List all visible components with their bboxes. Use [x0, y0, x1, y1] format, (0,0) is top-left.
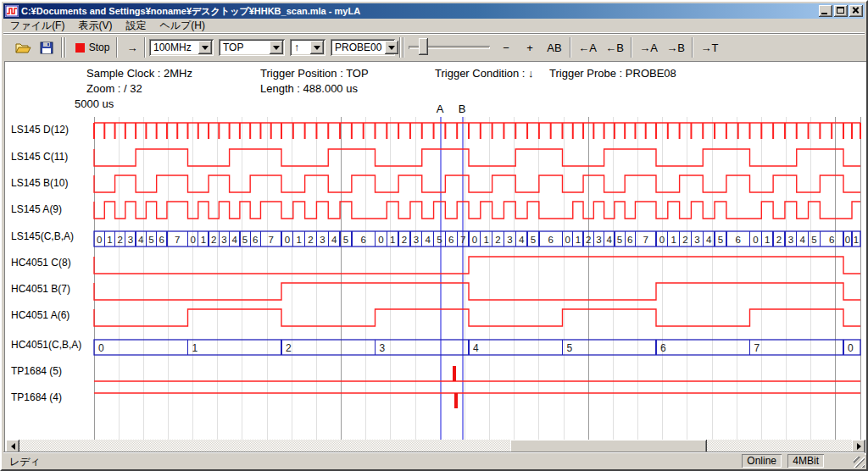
goto-cursor-a-button[interactable]: ←A: [575, 37, 600, 58]
wave-LS145 A(9): [94, 202, 860, 219]
channel-label[interactable]: LS145 D(12): [11, 124, 69, 137]
resize-grip[interactable]: [854, 457, 865, 468]
channel-label[interactable]: LS145(C,B,A): [11, 230, 74, 244]
bus-value: 4: [425, 235, 431, 245]
channel-label[interactable]: TP1684 (5): [11, 365, 62, 379]
bus-value: 6: [829, 235, 834, 245]
zoom-ab-button[interactable]: AB: [542, 37, 566, 58]
bus-value: 0: [97, 235, 102, 245]
toolbar-separator: [64, 37, 66, 58]
bus-value: 1: [484, 235, 489, 245]
scroll-left-icon: [8, 443, 15, 450]
bus-value: 7: [269, 235, 274, 245]
trigger-probe-readout: Trigger Probe : PROBE08: [549, 67, 676, 80]
sample-rate-value: 100MHz: [149, 42, 198, 53]
open-folder-icon: [15, 42, 31, 54]
bus-value: 2: [495, 235, 500, 245]
bus-value: 7: [643, 235, 648, 245]
trigger-edge-value: ↑: [290, 42, 310, 53]
bus-value: 3: [128, 235, 133, 245]
bus-value: 4: [232, 235, 238, 245]
bus-value: 1: [390, 235, 395, 245]
dropdown-arrow-icon[interactable]: [310, 41, 324, 54]
zoom-slider[interactable]: [409, 37, 490, 58]
menu-file[interactable]: ファイル(F): [3, 18, 71, 34]
channel-label[interactable]: LS145 B(10): [11, 177, 68, 191]
channel-label[interactable]: HC4051(C,B,A): [11, 339, 81, 352]
status-memory-badge: 4MBit: [787, 454, 824, 468]
menu-help[interactable]: ヘルプ(H): [153, 18, 212, 34]
close-button[interactable]: [849, 5, 863, 17]
set-cursor-b-button[interactable]: →B: [663, 37, 688, 58]
bus-value: 4: [799, 235, 805, 245]
channel-label[interactable]: HC4051 A(6): [11, 309, 70, 323]
bus-value: 4: [138, 235, 144, 245]
bus-value: 0: [378, 235, 383, 245]
sample-rate-combo[interactable]: 100MHz: [149, 39, 214, 56]
bus-value: 6: [448, 235, 453, 245]
menu-bar: ファイル(F) 表示(V) 設定 ヘルプ(H): [3, 19, 865, 33]
bus-value: 2: [286, 342, 292, 354]
minimize-icon: [821, 13, 827, 14]
status-online-badge: Online: [742, 454, 782, 468]
bus-value: 7: [175, 235, 180, 245]
bus-value: 4: [473, 342, 479, 354]
title-bar[interactable]: C:¥Documents and Settings¥noname¥デスクトップ¥…: [3, 3, 865, 19]
wave-LS145 B(10): [94, 175, 860, 192]
goto-trigger-button[interactable]: →T: [697, 37, 722, 58]
scroll-right-icon: [857, 443, 865, 450]
bus-value: 6: [627, 235, 632, 245]
zoom-in-button[interactable]: +: [519, 37, 541, 58]
waveform-plot[interactable]: 0123456701234567012345601234567012345601…: [93, 112, 861, 440]
open-button[interactable]: [12, 37, 34, 58]
bus-value: 5: [718, 235, 723, 245]
bus-value: 3: [320, 235, 325, 245]
bus-value: 3: [221, 235, 226, 245]
toolbar-separator: [692, 37, 693, 58]
dropdown-arrow-icon[interactable]: [270, 41, 283, 54]
bus-value: 4: [706, 235, 712, 245]
toolbar-separator: [399, 37, 401, 58]
run-button[interactable]: →: [121, 37, 143, 58]
dropdown-arrow-icon[interactable]: [198, 41, 212, 54]
save-floppy-icon: [40, 42, 53, 54]
bus-value: 2: [776, 235, 782, 245]
zoom-out-button[interactable]: −: [495, 37, 517, 58]
channel-label[interactable]: LS145 C(11): [11, 151, 68, 164]
trigger-probe-combo[interactable]: PROBE00: [331, 39, 395, 56]
slider-handle[interactable]: [419, 38, 428, 55]
trigger-position-combo[interactable]: TOP: [219, 39, 285, 56]
toolbar-separator: [61, 37, 63, 58]
set-cursor-a-button[interactable]: →A: [636, 37, 661, 58]
zoom-readout: Zoom : / 32: [86, 82, 142, 95]
bus-value: 1: [297, 235, 302, 245]
bus-value: 0: [98, 342, 104, 354]
bus-value: 7: [460, 235, 465, 245]
channel-label[interactable]: HC4051 C(8): [11, 257, 71, 270]
trigger-edge-combo[interactable]: ↑: [290, 39, 326, 56]
bus-value: 0: [565, 235, 570, 245]
bus-value: 6: [253, 235, 258, 245]
waveform-panel: Sample Clock : 2MHz Zoom : / 32 Trigger …: [4, 61, 867, 455]
stop-icon: [75, 43, 85, 53]
menu-view[interactable]: 表示(V): [71, 18, 119, 34]
bus-value: 6: [548, 235, 553, 245]
dropdown-arrow-icon[interactable]: [385, 41, 398, 54]
channel-label[interactable]: HC4051 B(7): [11, 283, 70, 296]
minimize-button[interactable]: [819, 5, 832, 17]
bus-value: 2: [586, 235, 591, 245]
channel-label[interactable]: LS145 A(9): [11, 203, 62, 217]
bus-value: 2: [308, 235, 313, 245]
goto-cursor-b-button[interactable]: ←B: [602, 37, 627, 58]
bus-value: 0: [472, 235, 477, 245]
menu-settings[interactable]: 設定: [119, 18, 153, 34]
run-arrow-icon: →: [127, 42, 138, 54]
pulse-TP1684 (5): [453, 366, 456, 381]
toolbar-separator: [570, 37, 571, 58]
bus-value: 3: [694, 235, 699, 245]
channel-label[interactable]: TP1684 (4): [11, 391, 62, 405]
waveform-svg: 0123456701234567012345601234567012345601…: [93, 112, 861, 440]
save-button[interactable]: [36, 37, 58, 58]
maximize-button[interactable]: [834, 5, 848, 17]
stop-button[interactable]: Stop: [71, 37, 114, 58]
